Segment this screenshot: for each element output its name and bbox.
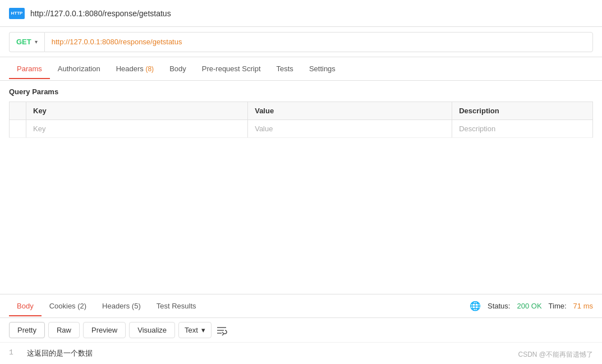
method-label: GET [16, 38, 31, 46]
col-description: Description [452, 102, 593, 120]
chevron-down-icon: ▾ [35, 39, 38, 45]
tab-body[interactable]: Body [162, 59, 194, 79]
response-section: Body Cookies (2) Headers (5) Test Result… [0, 294, 602, 364]
col-key: Key [26, 102, 248, 120]
description-cell[interactable]: Description [452, 120, 593, 138]
tab-tests[interactable]: Tests [269, 59, 301, 79]
format-raw-button[interactable]: Raw [48, 322, 80, 338]
top-bar: HTTP http://127.0.0.1:8080/response/gets… [0, 0, 602, 27]
query-params-section: Query Params Key Value Description Key [0, 81, 602, 138]
response-meta: 🌐 Status: 200 OK Time: 71 ms [470, 301, 593, 311]
tab-prerequest[interactable]: Pre-request Script [194, 59, 269, 79]
key-cell[interactable]: Key [26, 120, 248, 138]
globe-icon: 🌐 [470, 301, 481, 311]
url-input[interactable] [44, 32, 593, 52]
response-tab-test-results[interactable]: Test Results [149, 296, 204, 316]
value-cell[interactable]: Value [248, 120, 452, 138]
watermark: CSDN @不能再留遗憾了 [518, 350, 593, 360]
chevron-down-icon: ▾ [201, 326, 205, 334]
response-tab-headers[interactable]: Headers (5) [94, 296, 149, 316]
text-select[interactable]: Text ▾ [178, 322, 212, 338]
format-preview-button[interactable]: Preview [83, 322, 126, 338]
line-number: 1 [9, 348, 18, 358]
word-wrap-icon[interactable] [215, 324, 228, 337]
response-tab-body[interactable]: Body [9, 296, 42, 316]
col-value: Value [248, 102, 452, 120]
tab-params[interactable]: Params [9, 59, 50, 79]
row-checkbox-cell [10, 120, 26, 138]
response-tabs-bar: Body Cookies (2) Headers (5) Test Result… [0, 294, 602, 318]
top-url: http://127.0.0.1:8080/response/getstatus [30, 9, 171, 18]
time-value: 71 ms [573, 302, 593, 310]
format-visualize-button[interactable]: Visualize [129, 322, 175, 338]
col-checkbox [10, 102, 26, 120]
query-params-title: Query Params [9, 87, 593, 96]
tab-headers[interactable]: Headers (8) [108, 59, 162, 79]
request-tabs: Params Authorization Headers (8) Body Pr… [0, 57, 602, 81]
response-tab-cookies[interactable]: Cookies (2) [42, 296, 94, 316]
table-row: Key Value Description [10, 120, 593, 138]
tab-authorization[interactable]: Authorization [50, 59, 108, 79]
response-content: 这返回的是一个数据 [27, 348, 93, 358]
method-select[interactable]: GET ▾ [9, 32, 44, 52]
tab-settings[interactable]: Settings [301, 59, 343, 79]
request-bar: GET ▾ [0, 27, 602, 57]
time-label: Time: [549, 302, 567, 310]
text-select-label: Text [185, 326, 198, 334]
response-controls: Pretty Raw Preview Visualize Text ▾ [0, 318, 602, 343]
status-value: 200 OK [517, 302, 541, 310]
format-pretty-button[interactable]: Pretty [9, 322, 45, 338]
http-icon: HTTP [9, 8, 25, 19]
status-label: Status: [488, 302, 510, 310]
response-body: 1 这返回的是一个数据 [0, 343, 602, 364]
params-table: Key Value Description Key Value Descript… [9, 102, 593, 138]
